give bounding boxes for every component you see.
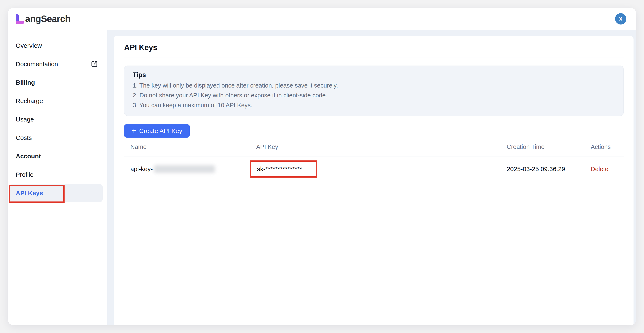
delete-link[interactable]: Delete <box>591 166 608 172</box>
tips-panel: Tips 1. The key will only be displayed o… <box>124 65 624 116</box>
annotation-highlight-api-key: sk-*************** <box>250 160 317 178</box>
sidebar-item-documentation[interactable]: Documentation <box>8 55 107 73</box>
create-api-key-label: Create API Key <box>139 127 182 134</box>
app-body: Overview Documentation Billing Recharge … <box>8 30 636 325</box>
sidebar-item-costs[interactable]: Costs <box>8 129 107 147</box>
sidebar-section-billing: Billing <box>8 73 107 92</box>
sidebar-item-api-keys[interactable]: API Keys <box>10 184 103 202</box>
tips-heading: Tips <box>133 71 615 79</box>
page-title: API Keys <box>124 36 624 52</box>
sidebar-item-overview[interactable]: Overview <box>8 36 107 55</box>
sidebar-section-account: Account <box>8 147 107 165</box>
sidebar-item-profile[interactable]: Profile <box>8 165 107 184</box>
api-key-masked-value: sk-*************** <box>257 165 302 173</box>
api-key-value-cell: sk-*************** <box>256 160 507 178</box>
column-header-actions: Actions <box>591 143 624 150</box>
table-header-row: Name API Key Creation Time Actions <box>124 138 624 156</box>
user-avatar[interactable]: x <box>615 13 626 24</box>
column-header-name: Name <box>130 143 256 150</box>
brand-logo: angSearch <box>16 13 70 24</box>
main-panel: API Keys Tips 1. The key will only be di… <box>114 36 634 325</box>
plus-icon: + <box>132 127 136 134</box>
api-key-name-cell: api-key- <box>130 165 256 173</box>
sidebar: Overview Documentation Billing Recharge … <box>8 30 107 325</box>
sidebar-item-label: Documentation <box>16 60 58 68</box>
app-window: angSearch x Overview Documentation Billi… <box>8 8 636 325</box>
create-api-key-button[interactable]: + Create API Key <box>124 124 190 138</box>
top-header: angSearch x <box>8 8 636 30</box>
table-row: api-key- sk-*************** 2025-03-25 0… <box>124 156 624 182</box>
column-header-api-key: API Key <box>256 143 507 150</box>
api-keys-table: Name API Key Creation Time Actions api-k… <box>124 138 624 182</box>
redacted-name-blur <box>154 165 215 173</box>
creation-time-cell: 2025-03-25 09:36:29 <box>507 165 591 173</box>
tips-line-3: 3. You can keep a maximum of 10 API Keys… <box>133 102 615 108</box>
tips-line-2: 2. Do not share your API Key with others… <box>133 92 615 98</box>
main-content-area: API Keys Tips 1. The key will only be di… <box>107 30 636 325</box>
brand-name: angSearch <box>25 13 70 24</box>
column-header-creation-time: Creation Time <box>507 143 591 150</box>
sidebar-item-usage[interactable]: Usage <box>8 110 107 129</box>
actions-cell: Delete <box>591 165 624 173</box>
external-link-icon <box>90 60 98 68</box>
sidebar-item-recharge[interactable]: Recharge <box>8 92 107 110</box>
tips-line-1: 1. The key will only be displayed once a… <box>133 82 615 89</box>
api-key-name-prefix: api-key- <box>130 165 153 173</box>
brand-l-mark-icon <box>16 13 25 24</box>
